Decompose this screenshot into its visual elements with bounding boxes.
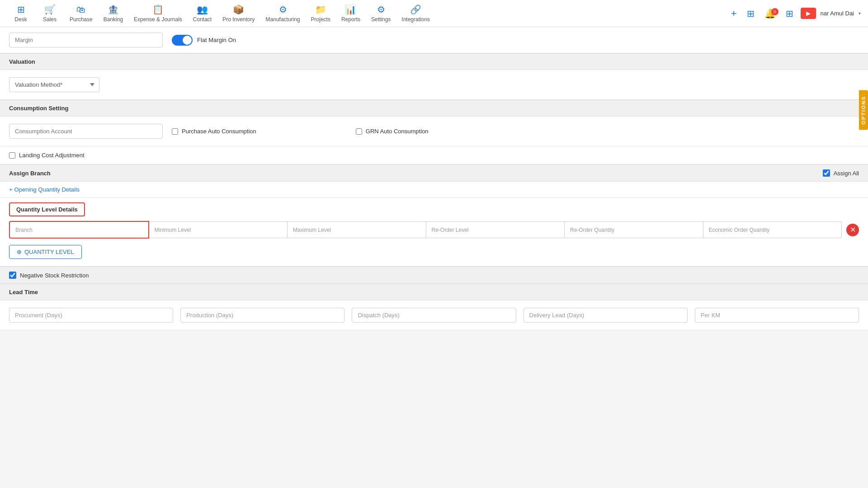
landing-content: Landing Cost Adjustment [0, 146, 868, 164]
flat-margin-toggle[interactable] [172, 35, 193, 46]
valuation-title: Valuation [9, 58, 35, 65]
delivery-input[interactable] [524, 308, 688, 323]
add-qty-icon: ⊕ [17, 249, 22, 255]
opening-qty-link-label: Opening Quantity Details [14, 186, 80, 193]
top-navigation: ⊞ Desk 🛒 Sales 🛍 Purchase 🏦 Banking 📋 Ex… [0, 0, 868, 27]
nav-right: + ⊞ 🔔 0 ⊞ ▶ nar Amul Dai ▾ [728, 5, 861, 22]
add-qty-label: QUANTITY LEVEL [24, 249, 74, 255]
nav-item-pro-inventory[interactable]: 📦 Pro Inventory [218, 1, 259, 25]
desk-icon: ⊞ [17, 4, 25, 15]
assign-all-wrapper: Assign All [823, 169, 859, 177]
landing-cost-checkbox[interactable] [9, 152, 15, 159]
margin-input[interactable] [9, 33, 163, 47]
plus-icon: + [9, 186, 13, 193]
purchase-icon: 🛍 [76, 5, 85, 15]
assign-all-checkbox[interactable] [823, 169, 830, 177]
negative-stock-section: Negative Stock Restriction [0, 267, 868, 284]
nav-item-sales[interactable]: 🛒 Sales [36, 1, 63, 25]
valuation-method-select[interactable]: Valuation Method* [9, 77, 99, 92]
apps-icon[interactable]: ⊞ [783, 5, 796, 22]
banking-icon: 🏦 [108, 4, 119, 15]
main-content: Flat Margin On Valuation Valuation Metho… [0, 27, 868, 330]
nav-label-contact: Contact [193, 16, 212, 23]
nav-label-settings: Settings [371, 16, 391, 23]
manufacturing-icon: ⚙ [279, 4, 287, 15]
lead-time-title: Lead Time [9, 289, 38, 296]
nav-label-reports: Reports [341, 16, 360, 23]
purchase-auto-checkbox[interactable] [172, 128, 178, 135]
quantity-level-section: Quantity Level Details ✕ ⊕ QUANTITY LEVE… [0, 198, 868, 267]
eco-order-qty-input[interactable] [703, 221, 842, 238]
margin-row: Flat Margin On [0, 27, 868, 53]
pro-inventory-icon: 📦 [233, 4, 244, 15]
nav-item-expense[interactable]: 📋 Expense & Journals [129, 1, 187, 25]
opening-quantity-link[interactable]: + Opening Quantity Details [9, 186, 80, 193]
notifications-wrapper: 🔔 0 [762, 8, 778, 19]
quantity-level-row: ✕ [9, 221, 859, 239]
reorder-level-input[interactable] [426, 221, 565, 238]
min-level-input[interactable] [149, 221, 288, 238]
nav-label-sales: Sales [43, 16, 57, 23]
projects-icon: 📁 [315, 4, 326, 15]
user-chevron-icon[interactable]: ▾ [859, 11, 861, 16]
nav-items: ⊞ Desk 🛒 Sales 🛍 Purchase 🏦 Banking 📋 Ex… [7, 1, 728, 25]
assign-branch-section: Assign Branch Assign All [0, 164, 868, 182]
nav-label-pro-inventory: Pro Inventory [222, 16, 255, 23]
nav-item-contact[interactable]: 👥 Contact [189, 1, 216, 25]
nav-item-desk[interactable]: ⊞ Desk [7, 1, 34, 25]
nav-label-purchase: Purchase [70, 16, 93, 23]
assign-branch-title: Assign Branch [9, 170, 51, 177]
nav-item-purchase[interactable]: 🛍 Purchase [65, 2, 97, 25]
lead-time-content [0, 300, 868, 330]
consumption-section-header: Consumption Setting [0, 100, 868, 117]
options-tab[interactable]: OPTIONS [859, 90, 868, 130]
purchase-auto-label: Purchase Auto Consumption [182, 128, 256, 135]
quantity-level-content: ✕ ⊕ QUANTITY LEVEL [0, 221, 868, 266]
add-button[interactable]: + [728, 5, 740, 22]
sales-icon: 🛒 [44, 4, 56, 15]
nav-item-projects[interactable]: 📁 Projects [307, 1, 335, 25]
expense-icon: 📋 [152, 4, 164, 15]
nav-item-banking[interactable]: 🏦 Banking [99, 1, 127, 25]
add-quantity-level-button[interactable]: ⊕ QUANTITY LEVEL [9, 245, 82, 259]
assign-all-label: Assign All [834, 170, 859, 177]
max-level-input[interactable] [288, 221, 426, 238]
nav-item-reports[interactable]: 📊 Reports [337, 1, 365, 25]
production-input[interactable] [180, 308, 344, 323]
integrations-icon: 🔗 [410, 4, 421, 15]
lead-time-section-header: Lead Time [0, 284, 868, 300]
negative-stock-label: Negative Stock Restriction [20, 272, 89, 279]
purchase-auto-consumption-wrapper[interactable]: Purchase Auto Consumption [172, 128, 256, 135]
quantity-level-header: Quantity Level Details [9, 202, 85, 216]
nav-label-projects: Projects [311, 16, 330, 23]
reorder-qty-input[interactable] [565, 221, 703, 238]
user-name[interactable]: nar Amul Dai [821, 10, 854, 17]
contact-icon: 👥 [197, 4, 208, 15]
landing-cost-wrapper[interactable]: Landing Cost Adjustment [9, 152, 859, 159]
opening-quantity-area: + Opening Quantity Details [0, 182, 868, 198]
consumption-account-input[interactable] [9, 124, 163, 139]
grn-auto-checkbox[interactable] [356, 128, 362, 135]
nav-label-banking: Banking [104, 16, 123, 23]
delete-row-button[interactable]: ✕ [846, 224, 859, 236]
grn-auto-consumption-wrapper[interactable]: GRN Auto Consumption [356, 128, 429, 135]
yt-icon: ▶ [806, 10, 811, 17]
branch-input[interactable] [9, 221, 149, 239]
landing-cost-label: Landing Cost Adjustment [19, 152, 85, 159]
nav-label-manufacturing: Manufacturing [266, 16, 300, 23]
nav-item-settings[interactable]: ⚙ Settings [367, 1, 395, 25]
nav-label-desk: Desk [14, 16, 27, 23]
consumption-form-row: Purchase Auto Consumption GRN Auto Consu… [9, 124, 859, 139]
lead-time-row [9, 308, 859, 323]
dispatch-input[interactable] [352, 308, 516, 323]
reports-icon: 📊 [345, 4, 356, 15]
grid-icon[interactable]: ⊞ [744, 5, 757, 22]
procurement-input[interactable] [9, 308, 173, 323]
youtube-button[interactable]: ▶ [801, 8, 816, 19]
nav-item-manufacturing[interactable]: ⚙ Manufacturing [261, 1, 305, 25]
per-km-input[interactable] [695, 308, 859, 323]
consumption-title: Consumption Setting [9, 105, 68, 112]
notification-badge: 0 [771, 8, 778, 15]
nav-item-integrations[interactable]: 🔗 Integrations [397, 1, 434, 25]
negative-stock-checkbox[interactable] [9, 272, 16, 279]
